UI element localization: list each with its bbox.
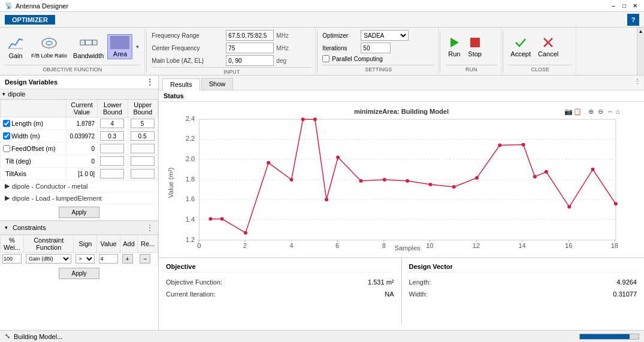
lower-bound-input-3 xyxy=(100,156,124,166)
upper-bound-input-1[interactable] xyxy=(131,131,155,141)
svg-text:18: 18 xyxy=(611,242,618,249)
data-point xyxy=(336,156,340,159)
objective-panel: Objective Objective Function: 1.531 m² C… xyxy=(159,258,402,323)
gain-button[interactable]: Gain xyxy=(4,33,28,60)
main-content: Design Variables ⋮ ▾ dipole Current Valu… xyxy=(0,75,644,330)
remove-constraint-button[interactable]: − xyxy=(140,254,150,264)
variables-apply-button[interactable]: Apply xyxy=(59,207,99,218)
lower-bound-input-0[interactable] xyxy=(100,119,124,128)
cancel-button[interactable]: Cancel xyxy=(536,34,561,60)
svg-marker-9 xyxy=(451,38,459,47)
col-add: Add xyxy=(120,235,138,253)
svg-text:10: 10 xyxy=(426,242,433,249)
variable-checkbox-1[interactable] xyxy=(3,132,10,140)
restore-button[interactable]: □ xyxy=(620,2,628,10)
lower-bound-input-2 xyxy=(100,144,124,153)
variable-row: FeedOffset (m) 0 xyxy=(1,143,158,155)
constraint-function-select[interactable]: Gain (dBi) xyxy=(26,254,72,264)
panel-options-icon[interactable]: ⋮ xyxy=(634,78,640,90)
bandwidth-button[interactable]: Bandwidth xyxy=(71,33,106,60)
run-button[interactable]: Run xyxy=(445,34,463,60)
data-point xyxy=(533,175,537,178)
dipole-section-header[interactable]: ▾ dipole xyxy=(0,89,158,99)
svg-text:0: 0 xyxy=(197,242,201,249)
constraint-value-input[interactable] xyxy=(99,254,117,264)
variable-checkbox-2[interactable] xyxy=(3,145,10,152)
length-row: Length: 4.9264 xyxy=(409,276,637,288)
title-bar: 📡 Antenna Designer – □ ✕ xyxy=(0,0,644,12)
right-panel: Results Show ⋮ Status minimizeArea: Buil… xyxy=(159,75,644,330)
parallel-computing-checkbox[interactable] xyxy=(322,55,329,62)
left-panel: Design Variables ⋮ ▾ dipole Current Valu… xyxy=(0,75,159,330)
constraints-toggle[interactable]: ▾ xyxy=(5,225,8,231)
settings-group: Optimizer SADEA Iterations Parallel Comp… xyxy=(319,28,439,75)
stop-button[interactable]: Stop xyxy=(465,34,484,60)
subsection-load[interactable]: ▶ dipole - Load - lumpedElement xyxy=(0,192,158,204)
accept-button[interactable]: Accept xyxy=(508,34,533,60)
upper-bound-input-0[interactable] xyxy=(131,119,155,128)
svg-text:1.8: 1.8 xyxy=(186,175,195,183)
col-remove: Re... xyxy=(138,235,158,253)
frequency-range-input[interactable] xyxy=(226,30,274,41)
col-name xyxy=(1,100,66,117)
fb-lobe-ratio-button[interactable]: F/B Lobe Ratio xyxy=(29,34,69,60)
optimizer-tab[interactable]: OPTIMIZER xyxy=(5,15,55,25)
data-point xyxy=(220,217,224,220)
constraint-sign-select[interactable]: > < xyxy=(75,254,95,264)
variables-table: Current Value Lower Bound Upper Bound Le… xyxy=(0,99,158,180)
optimizer-select[interactable]: SADEA xyxy=(361,30,409,41)
resize-icon: ⤡ xyxy=(5,332,10,340)
input-group: Frequency Range MHz Center Frequency MHz… xyxy=(148,28,316,75)
panel-menu-icon[interactable]: ⋮ xyxy=(146,78,153,86)
constraint-weight-input[interactable] xyxy=(2,254,22,264)
constraints-apply-button[interactable]: Apply xyxy=(59,268,99,279)
svg-text:4: 4 xyxy=(289,242,293,249)
svg-text:Value (m²): Value (m²) xyxy=(167,168,174,198)
results-tab[interactable]: Results xyxy=(162,78,200,90)
show-tab[interactable]: Show xyxy=(201,78,234,90)
area-button[interactable]: Area xyxy=(107,34,132,59)
minimize-button[interactable]: – xyxy=(609,2,618,10)
help-button[interactable]: ? xyxy=(627,14,639,26)
dipole-toggle: ▾ xyxy=(2,91,5,97)
data-point xyxy=(475,176,479,180)
gain-icon xyxy=(6,34,25,51)
constraints-menu-icon[interactable]: ⋮ xyxy=(146,223,153,232)
col-function: Constraint Function xyxy=(23,235,74,253)
chart-title: minimizeArea: Building Model xyxy=(354,108,449,115)
add-constraint-button[interactable]: + xyxy=(122,254,133,264)
optimizer-row: Optimizer SADEA xyxy=(322,30,409,41)
col-value: Value xyxy=(97,235,120,253)
upper-bound-input-3 xyxy=(131,156,155,166)
chart-area: minimizeArea: Building Model ⊕ ⊖ ↔ ⌂ 📷 📋… xyxy=(159,102,644,258)
objective-dropdown[interactable]: ▼ xyxy=(134,44,141,50)
variable-checkbox-0[interactable] xyxy=(3,120,10,127)
main-lobe-input[interactable] xyxy=(226,55,274,66)
center-frequency-input[interactable] xyxy=(226,43,274,53)
svg-text:1.6: 1.6 xyxy=(186,195,195,202)
ribbon: Gain F/B Lobe Ratio xyxy=(0,28,644,75)
subsection-conductor[interactable]: ▶ dipole - Conductor - metal xyxy=(0,180,158,192)
col-lower: Lower Bound xyxy=(98,100,128,117)
divider-3 xyxy=(440,31,440,72)
svg-text:Samples: Samples xyxy=(395,244,421,252)
data-point xyxy=(591,168,595,171)
svg-text:14: 14 xyxy=(518,242,525,249)
data-point xyxy=(290,178,294,181)
ribbon-scroll[interactable]: ▲ xyxy=(637,28,644,75)
svg-text:2.0: 2.0 xyxy=(186,155,195,162)
center-frequency-row: Center Frequency MHz xyxy=(152,43,291,53)
variable-row: Width (m) 0.039972 xyxy=(1,130,158,143)
data-point xyxy=(406,179,409,183)
data-point xyxy=(567,205,571,208)
data-point xyxy=(614,202,618,205)
iterations-input[interactable] xyxy=(361,43,391,53)
data-point xyxy=(545,170,548,174)
svg-rect-10 xyxy=(470,38,480,47)
design-variables-header: Design Variables ⋮ xyxy=(0,75,158,89)
col-current: Current Value xyxy=(66,100,98,117)
data-point xyxy=(522,143,525,147)
lower-bound-input-1[interactable] xyxy=(100,131,124,141)
close-button[interactable]: ✕ xyxy=(631,2,639,10)
progress-bar xyxy=(579,334,639,340)
